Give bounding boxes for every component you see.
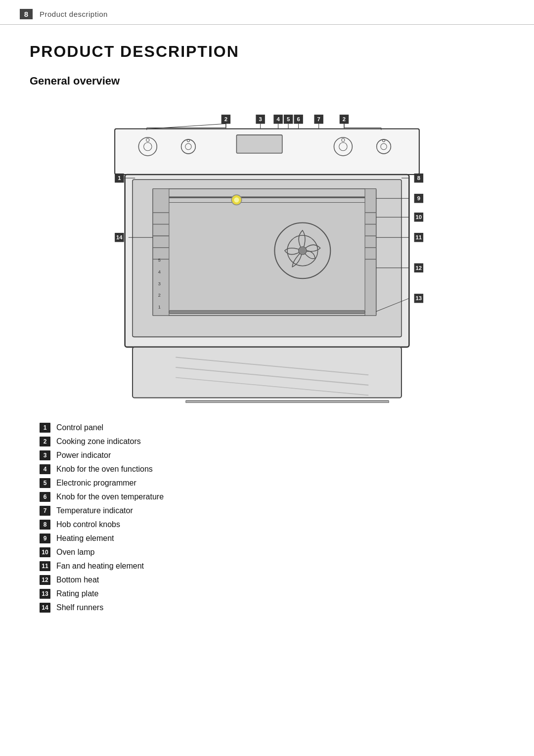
legend-badge: 7 [40, 506, 50, 516]
legend-badge: 3 [40, 450, 50, 460]
svg-text:4: 4 [276, 116, 280, 122]
diagram-container: 1 2 3 4 5 [74, 98, 460, 405]
svg-text:2: 2 [343, 116, 346, 122]
svg-text:1: 1 [118, 175, 121, 181]
legend-item: 7Temperature indicator [40, 506, 504, 516]
legend-badge: 10 [40, 547, 50, 557]
legend-item: 8Hob control knobs [40, 520, 504, 530]
legend-badge: 1 [40, 423, 50, 433]
svg-text:5: 5 [287, 116, 290, 122]
page-header: 8 Product description [0, 0, 534, 25]
legend-item: 4Knob for the oven functions [40, 464, 504, 474]
legend-label: Fan and heating element [56, 562, 144, 571]
legend-badge: 8 [40, 520, 50, 530]
legend-label: Power indicator [56, 451, 111, 460]
svg-rect-40 [133, 347, 401, 398]
legend-label: Knob for the oven temperature [56, 492, 164, 501]
svg-text:2: 2 [224, 116, 227, 122]
legend-badge: 11 [40, 561, 50, 571]
legend-item: 14Shelf runners [40, 603, 504, 613]
legend-item: 11Fan and heating element [40, 561, 504, 571]
legend-label: Hob control knobs [56, 520, 120, 529]
legend-label: Heating element [56, 534, 114, 543]
svg-text:11: 11 [416, 234, 422, 240]
legend-item: 3Power indicator [40, 450, 504, 460]
content: PRODUCT DESCRIPTION General overview [0, 25, 534, 636]
svg-rect-44 [186, 400, 389, 403]
legend-badge: 12 [40, 575, 50, 585]
svg-text:4: 4 [158, 269, 161, 274]
svg-text:3: 3 [158, 281, 161, 286]
legend-item: 1Control panel [40, 423, 504, 433]
legend-label: Shelf runners [56, 603, 103, 612]
legend-item: 2Cooking zone indicators [40, 437, 504, 446]
legend-list: 1Control panel2Cooking zone indicators3P… [30, 423, 504, 617]
legend-badge: 14 [40, 603, 50, 613]
legend-item: 13Rating plate [40, 589, 504, 599]
svg-text:5: 5 [158, 258, 161, 263]
svg-text:6: 6 [297, 116, 300, 122]
svg-point-36 [299, 247, 307, 255]
legend-item: 12Bottom heat [40, 575, 504, 585]
legend-label: Knob for the oven functions [56, 465, 153, 474]
section-title: General overview [30, 75, 504, 88]
legend-badge: 6 [40, 492, 50, 502]
page-header-title: Product description [40, 10, 108, 18]
svg-text:2: 2 [158, 293, 161, 298]
page-number: 8 [20, 9, 33, 19]
svg-text:7: 7 [317, 116, 320, 122]
main-title: PRODUCT DESCRIPTION [30, 43, 504, 61]
legend-label: Electronic programmer [56, 479, 136, 488]
legend-badge: 2 [40, 437, 50, 446]
oven-diagram: 1 2 3 4 5 [74, 98, 460, 403]
legend-item: 10Oven lamp [40, 547, 504, 557]
svg-rect-17 [153, 189, 169, 316]
legend-item: 5Electronic programmer [40, 478, 504, 488]
legend-label: Cooking zone indicators [56, 437, 141, 446]
svg-text:12: 12 [416, 265, 422, 271]
svg-text:1: 1 [158, 305, 161, 310]
svg-rect-28 [365, 189, 376, 316]
svg-point-38 [234, 197, 239, 202]
legend-badge: 4 [40, 464, 50, 474]
legend-label: Temperature indicator [56, 506, 133, 515]
legend-item: 6Knob for the oven temperature [40, 492, 504, 502]
legend-label: Oven lamp [56, 548, 94, 557]
legend-badge: 13 [40, 589, 50, 599]
svg-rect-7 [236, 135, 282, 153]
svg-text:13: 13 [416, 295, 422, 301]
svg-text:14: 14 [116, 234, 123, 240]
svg-rect-39 [169, 311, 365, 313]
svg-text:10: 10 [416, 214, 422, 220]
svg-text:8: 8 [417, 175, 420, 181]
legend-badge: 9 [40, 534, 50, 543]
legend-badge: 5 [40, 478, 50, 488]
legend-label: Rating plate [56, 589, 98, 598]
svg-text:9: 9 [417, 195, 420, 201]
svg-rect-16 [153, 189, 376, 316]
legend-item: 9Heating element [40, 534, 504, 543]
legend-label: Control panel [56, 423, 103, 432]
legend-label: Bottom heat [56, 576, 99, 584]
svg-text:3: 3 [259, 116, 262, 122]
